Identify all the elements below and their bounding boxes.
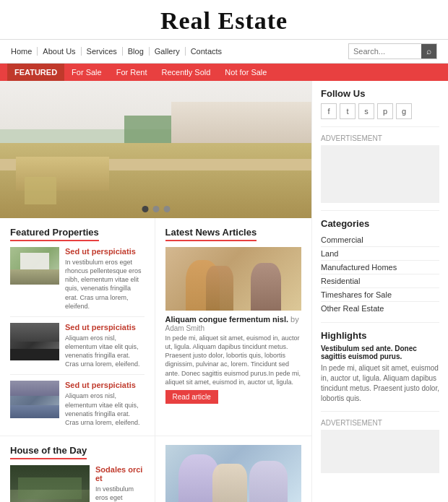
house-thumb <box>10 465 90 502</box>
house-title-heading: House of the Day <box>10 445 87 459</box>
prop-thumb-2 <box>10 323 59 360</box>
tab-featured[interactable]: FEATURED <box>7 64 64 81</box>
nav-about[interactable]: About Us <box>38 47 81 56</box>
tab-for-sale[interactable]: For Sale <box>64 64 109 81</box>
prop-title-2: Sed ut perspiciatis <box>65 323 145 332</box>
category-item[interactable]: Commercial <box>321 233 439 247</box>
highlights-body: In pede mi, aliquet sit amet, euismod in… <box>321 363 439 404</box>
site-title: Real Estate <box>0 7 448 35</box>
nav-gallery[interactable]: Gallery <box>150 47 186 56</box>
main-wrapper: Featured Properties Sed ut perspiciatis … <box>0 81 448 502</box>
house-description: In vestibulum eros eget rhoncus pellente… <box>95 485 145 502</box>
highlights-title: Highlights <box>321 330 439 341</box>
tab-recently-sold[interactable]: Recently Sold <box>154 64 217 81</box>
social-icons: f t s p g <box>321 103 439 119</box>
advertisement-label-2: ADVERTISEMENT <box>321 419 439 427</box>
prop-desc-1: In vestibulum eros eget rhoncus pellente… <box>65 258 145 311</box>
categories-section: Categories Commercial Land Manufactured … <box>321 218 439 323</box>
prop-content-3: Sed ut perspiciatis Aliquam eros nisl, e… <box>65 381 145 427</box>
property-item: Sed ut perspiciatis Aliquam eros nisl, e… <box>10 323 145 376</box>
hero-image <box>0 81 311 218</box>
search-box: ⌕ <box>348 43 437 59</box>
house-content: Sodales orci et In vestibulum eros eget … <box>95 465 145 502</box>
two-col-section: Featured Properties Sed ut perspiciatis … <box>0 218 311 436</box>
news-article-2: Fusce euismod consequat ante. by Adam Sm… <box>155 436 312 502</box>
main-nav: Home About Us Services Blog Gallery Cont… <box>0 40 448 64</box>
twitter-icon[interactable]: t <box>340 103 356 119</box>
follow-us-title: Follow Us <box>321 88 439 99</box>
featured-properties: Featured Properties Sed ut perspiciatis … <box>0 218 155 436</box>
site-header: Real Estate <box>0 0 448 40</box>
tab-bar: FEATURED For Sale For Rent Recently Sold… <box>0 64 448 81</box>
pinterest-icon[interactable]: p <box>377 103 393 119</box>
nav-contacts[interactable]: Contacts <box>186 47 227 56</box>
category-item[interactable]: Manufactured Homes <box>321 261 439 274</box>
news-title-heading: Latest News Articles <box>165 227 257 241</box>
tab-for-rent[interactable]: For Rent <box>109 64 155 81</box>
prop-desc-3: Aliquam eros nisl, elementum vitae elit … <box>65 391 145 427</box>
highlights-section: Highlights Vestibulum sed ante. Donec sa… <box>321 330 439 412</box>
advertisement-section-1: ADVERTISEMENT <box>321 134 439 211</box>
bottom-section: House of the Day Sodales orci et In vest… <box>0 436 311 502</box>
follow-us-section: Follow Us f t s p g <box>321 88 439 127</box>
hero-slider <box>0 81 311 218</box>
nav-services[interactable]: Services <box>82 47 123 56</box>
house-of-day: House of the Day Sodales orci et In vest… <box>0 436 155 502</box>
category-item[interactable]: Timeshares for Sale <box>321 288 439 302</box>
facebook-icon[interactable]: f <box>321 103 337 119</box>
categories-title: Categories <box>321 218 439 229</box>
ad-box-2 <box>321 430 439 473</box>
category-item[interactable]: Other Real Estate <box>321 302 439 315</box>
prop-thumb-1 <box>10 247 59 285</box>
prop-content-1: Sed ut perspiciatis In vestibulum eros e… <box>65 247 145 311</box>
advertisement-section-2: ADVERTISEMENT <box>321 419 439 473</box>
latest-news: Latest News Articles Aliquam congue ferm… <box>155 218 312 436</box>
news-img-1 <box>165 247 302 311</box>
slider-dots <box>142 206 170 212</box>
dot-3[interactable] <box>163 206 170 212</box>
highlights-subtitle: Vestibulum sed ante. Donec sagittis euis… <box>321 345 439 360</box>
news-text-1: In pede mi, aliquet sit amet, euismod in… <box>165 334 302 386</box>
news-img-2 <box>165 445 302 502</box>
read-article-button[interactable]: Read article <box>165 390 218 404</box>
dot-1[interactable] <box>142 206 148 212</box>
nav-blog[interactable]: Blog <box>123 47 150 56</box>
news-article-title-1: Aliquam congue fermentum nisl. by Adam S… <box>165 315 302 332</box>
search-input[interactable] <box>349 45 421 58</box>
prop-content-2: Sed ut perspiciatis Aliquam eros nisl, e… <box>65 323 145 369</box>
dot-2[interactable] <box>152 206 159 212</box>
advertisement-label-1: ADVERTISEMENT <box>321 134 439 142</box>
prop-thumb-3 <box>10 381 59 418</box>
prop-title-3: Sed ut perspiciatis <box>65 381 145 389</box>
featured-title: Featured Properties <box>10 227 99 241</box>
sidebar: Follow Us f t s p g ADVERTISEMENT Catego… <box>312 81 448 502</box>
ad-box-1 <box>321 145 439 203</box>
skype-icon[interactable]: s <box>358 103 374 119</box>
property-item: Sed ut perspiciatis Aliquam eros nisl, e… <box>10 381 145 427</box>
nav-links: Home About Us Services Blog Gallery Cont… <box>11 47 227 56</box>
categories-list: Commercial Land Manufactured Homes Resid… <box>321 233 439 315</box>
tab-not-for-sale[interactable]: Not for Sale <box>217 64 274 81</box>
prop-desc-2: Aliquam eros nisl, elementum vitae elit … <box>65 334 145 369</box>
category-item[interactable]: Residential <box>321 274 439 288</box>
search-button[interactable]: ⌕ <box>421 44 436 59</box>
prop-title-1: Sed ut perspiciatis <box>65 247 145 256</box>
property-item: Sed ut perspiciatis In vestibulum eros e… <box>10 247 145 317</box>
category-item[interactable]: Land <box>321 247 439 261</box>
nav-home[interactable]: Home <box>11 47 38 56</box>
house-property-title: Sodales orci et <box>95 465 145 482</box>
google-plus-icon[interactable]: g <box>396 103 412 119</box>
content-area: Featured Properties Sed ut perspiciatis … <box>0 81 312 502</box>
